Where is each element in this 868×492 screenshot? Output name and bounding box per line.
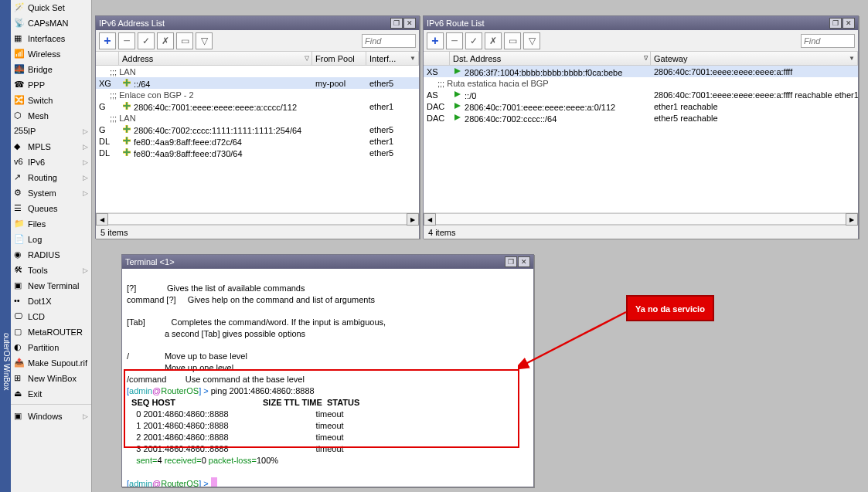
- winbox-icon: ⊞: [14, 373, 25, 384]
- sidebar-item-bridge[interactable]: 🌉Bridge: [11, 62, 91, 77]
- sidebar-item-radius[interactable]: ◉RADIUS: [11, 247, 91, 263]
- scroll-left-button[interactable]: ◀: [424, 213, 436, 226]
- wifi-icon: 📶: [14, 49, 25, 59]
- sidebar-item-dot1x[interactable]: ••Dot1X: [11, 294, 91, 309]
- sidebar-item-mpls[interactable]: ◆MPLS▷: [11, 139, 91, 154]
- col-gateway[interactable]: Gateway▼: [651, 52, 858, 65]
- table-row[interactable]: DL fe80::4aa9:8aff:feee:d72c/64ether1: [96, 135, 419, 147]
- window-titlebar[interactable]: IPv6 Address List ❐ ✕: [96, 16, 419, 30]
- table-row[interactable]: XG ::/64my-poolether5: [96, 77, 419, 89]
- sidebar-item-label: New Terminal: [28, 281, 79, 290]
- ppp-icon: ☎: [14, 80, 25, 90]
- horizontal-scrollbar[interactable]: ◀▶: [96, 212, 419, 225]
- filter-button[interactable]: ▽: [523, 32, 540, 49]
- table-row[interactable]: XS 2806:3f7:1004:bbbb:bbbb:bbbb:f0ca:beb…: [424, 66, 858, 77]
- table-row[interactable]: DAC 2806:40c:7002:cccc::/64ether5 reacha…: [424, 112, 858, 124]
- submenu-arrow-icon: ▷: [83, 127, 88, 135]
- sidebar-item-ppp[interactable]: ☎PPP: [11, 77, 91, 93]
- sidebar-item-files[interactable]: 📁Files: [11, 216, 91, 232]
- sidebar-item-lcd[interactable]: 🖵LCD: [11, 309, 91, 324]
- comment-button[interactable]: ▭: [504, 32, 521, 49]
- add-button[interactable]: +: [99, 32, 116, 49]
- sidebar-item-exit[interactable]: ⏏Exit: [11, 386, 91, 402]
- table-row[interactable]: G 2806:40c:7001:eeee:eeee:eeee:a:cccc/11…: [96, 100, 419, 112]
- grid-body[interactable]: XS 2806:3f7:1004:bbbb:bbbb:bbbb:f0ca:beb…: [424, 66, 858, 212]
- filter-button[interactable]: ▽: [196, 32, 213, 49]
- sidebar-item-new-winbox[interactable]: ⊞New WinBox: [11, 371, 91, 386]
- sidebar-item-partition[interactable]: ◐Partition: [11, 340, 91, 355]
- scroll-left-button[interactable]: ◀: [96, 213, 108, 226]
- route-icon: [453, 90, 462, 99]
- sidebar-item-capsman[interactable]: 📡CAPsMAN: [11, 15, 91, 31]
- col-flags[interactable]: [424, 52, 450, 65]
- term-icon: ▣: [14, 280, 25, 291]
- col-flags[interactable]: [96, 52, 119, 65]
- sidebar-item-label: Log: [28, 235, 42, 244]
- route-icon: [453, 101, 462, 110]
- sidebar-item-label: CAPsMAN: [28, 19, 69, 28]
- sidebar-item-label: Windows: [28, 412, 63, 421]
- col-interface[interactable]: Interf...▼: [366, 52, 419, 65]
- disable-button[interactable]: ✗: [157, 32, 174, 49]
- enable-button[interactable]: ✓: [138, 32, 155, 49]
- sidebar-item-metarouter[interactable]: ▢MetaROUTER: [11, 324, 91, 340]
- sidebar-item-queues[interactable]: ☰Queues: [11, 201, 91, 216]
- files-icon: 📁: [14, 219, 25, 229]
- window-restore-button[interactable]: ❐: [505, 256, 517, 267]
- scroll-right-button[interactable]: ▶: [407, 213, 419, 226]
- table-row[interactable]: AS ::/02806:40c:7001:eeee:eeee:eeee:a:ff…: [424, 89, 858, 100]
- col-address[interactable]: Address▽: [119, 52, 312, 65]
- sidebar-item-label: Queues: [28, 204, 58, 213]
- horizontal-scrollbar[interactable]: ◀▶: [424, 212, 858, 225]
- window-ipv6-route-list: IPv6 Route List ❐ ✕ + − ✓ ✗ ▭ ▽ Dst. Add…: [423, 15, 859, 239]
- sidebar-item-new-terminal[interactable]: ▣New Terminal: [11, 278, 91, 294]
- window-titlebar[interactable]: Terminal <1> ❐ ✕: [122, 255, 533, 269]
- toolbar: + − ✓ ✗ ▭ ▽: [424, 30, 858, 52]
- sidebar-item-interfaces[interactable]: ▦Interfaces: [11, 31, 91, 46]
- window-restore-button[interactable]: ❐: [829, 18, 842, 29]
- window-titlebar[interactable]: IPv6 Route List ❐ ✕: [424, 16, 858, 30]
- sidebar-item-ipv6[interactable]: v6IPv6▷: [11, 154, 91, 170]
- sidebar-item-make-supout-rif[interactable]: 📤Make Supout.rif: [11, 355, 91, 371]
- terminal-body[interactable]: [?] Gives the list of available commands…: [122, 269, 533, 487]
- status-bar: 5 items: [96, 225, 419, 239]
- sidebar-item-wireless[interactable]: 📶Wireless: [11, 46, 91, 62]
- sidebar-item-quick-set[interactable]: 🪄Quick Set: [11, 0, 91, 15]
- cursor: [211, 477, 217, 487]
- enable-button[interactable]: ✓: [465, 32, 482, 49]
- switch-icon: 🔀: [14, 95, 25, 106]
- sidebar-item-system[interactable]: ⚙System▷: [11, 185, 91, 201]
- find-input[interactable]: [801, 34, 855, 48]
- disable-button[interactable]: ✗: [485, 32, 502, 49]
- window-restore-button[interactable]: ❐: [390, 18, 403, 29]
- col-from-pool[interactable]: From Pool: [312, 52, 366, 65]
- find-input[interactable]: [362, 34, 416, 48]
- window-close-button[interactable]: ✕: [403, 18, 416, 29]
- remove-button[interactable]: −: [118, 32, 135, 49]
- scroll-right-button[interactable]: ▶: [846, 213, 858, 226]
- add-button[interactable]: +: [427, 32, 444, 49]
- sidebar-item-ip[interactable]: 255IP▷: [11, 124, 91, 139]
- col-dst-address[interactable]: Dst. Address∇: [450, 52, 651, 65]
- window-close-button[interactable]: ✕: [842, 18, 855, 29]
- sidebar-item-log[interactable]: 📄Log: [11, 232, 91, 247]
- table-row[interactable]: DL fe80::4aa9:8aff:feee:d730/64ether5: [96, 147, 419, 158]
- sidebar-item-tools[interactable]: 🛠Tools▷: [11, 263, 91, 278]
- sidebar-item-routing[interactable]: ↗Routing▷: [11, 170, 91, 185]
- sidebar-item-windows[interactable]: ▣Windows▷: [11, 409, 91, 424]
- plus-icon: [122, 124, 131, 134]
- sidebar-item-switch[interactable]: 🔀Switch: [11, 93, 91, 108]
- grid-body[interactable]: ;;; LANXG ::/64my-poolether5;;; Enlace c…: [96, 66, 419, 212]
- svg-rect-3: [124, 82, 131, 83]
- remove-button[interactable]: −: [446, 32, 463, 49]
- table-row[interactable]: G 2806:40c:7002:cccc:1111:1111:1111:254/…: [96, 124, 419, 135]
- plus-icon: [122, 78, 131, 87]
- svg-rect-15: [124, 140, 131, 141]
- comment-button[interactable]: ▭: [176, 32, 193, 49]
- table-row[interactable]: DAC 2806:40c:7001:eeee:eeee:eeee:a:0/112…: [424, 100, 858, 112]
- sidebar-item-mesh[interactable]: ⬡Mesh: [11, 108, 91, 124]
- radius-icon: ◉: [14, 249, 25, 260]
- submenu-arrow-icon: ▷: [83, 174, 88, 182]
- window-close-button[interactable]: ✕: [518, 256, 530, 267]
- window-ipv6-address-list: IPv6 Address List ❐ ✕ + − ✓ ✗ ▭ ▽ Addres…: [95, 15, 420, 239]
